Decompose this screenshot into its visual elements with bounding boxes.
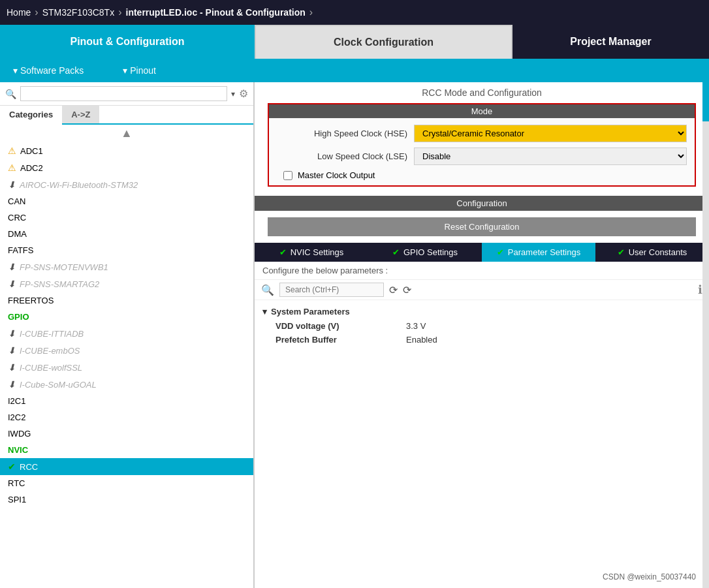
sidebar-scroll[interactable]: ⚠ADC1⚠ADC2⬇AIROC-Wi-Fi-Bluetooth-STM32CA… bbox=[0, 142, 253, 588]
sidebar: 🔍 ▾ ⚙ Categories A->Z ▲ ⚠ADC1⚠ADC2⬇AIROC… bbox=[0, 82, 255, 588]
list-item-label: I-Cube-SoM-uGOAL bbox=[20, 380, 97, 390]
list-item-label: AIROC-Wi-Fi-Bluetooth-STM32 bbox=[20, 180, 138, 190]
param-icon-next[interactable]: ⟳ bbox=[403, 284, 411, 296]
list-item[interactable]: IWDG bbox=[0, 426, 253, 442]
settings-tab-label: User Constants bbox=[629, 247, 687, 257]
search-input[interactable] bbox=[20, 86, 227, 101]
mode-title: Mode bbox=[269, 104, 695, 118]
sub-tab-software-packs[interactable]: ▾ Software Packs bbox=[13, 65, 84, 76]
settings-tab-label: NVIC Settings bbox=[291, 247, 344, 257]
settings-tab[interactable]: ✔Parameter Settings bbox=[482, 243, 595, 262]
sidebar-tab-categories[interactable]: Categories bbox=[0, 106, 62, 125]
tab-clock[interactable]: Clock Configuration bbox=[255, 25, 512, 59]
lse-row: Low Speed Clock (LSE) Disable BYPASS Clo… bbox=[277, 147, 687, 165]
list-item[interactable]: ⚠ADC1 bbox=[0, 142, 253, 159]
dropdown-icon[interactable]: ▾ bbox=[231, 89, 235, 99]
download-icon: ⬇ bbox=[8, 328, 16, 339]
breadcrumb-home[interactable]: Home bbox=[7, 7, 31, 18]
settings-tab-label: Parameter Settings bbox=[508, 247, 580, 257]
right-panel: RCC Mode and Configuration Mode High Spe… bbox=[255, 82, 709, 588]
list-item[interactable]: SPI1 bbox=[0, 491, 253, 508]
list-item-label: SPI1 bbox=[8, 495, 26, 504]
list-item[interactable]: ⬇I-CUBE-embOS bbox=[0, 342, 253, 359]
right-scrollbar[interactable] bbox=[702, 82, 709, 588]
download-icon: ⬇ bbox=[8, 279, 16, 289]
master-clock-row: Master Clock Output bbox=[277, 170, 687, 180]
warn-icon: ⚠ bbox=[8, 146, 16, 156]
list-item[interactable]: RTC bbox=[0, 475, 253, 491]
param-search-input[interactable] bbox=[279, 283, 384, 297]
tab-check-icon: ✔ bbox=[279, 247, 287, 257]
master-clock-checkbox[interactable] bbox=[283, 171, 292, 180]
list-item[interactable]: DMA bbox=[0, 226, 253, 242]
list-item-label: I-CUBE-ITTIADB bbox=[20, 329, 84, 339]
hse-label: High Speed Clock (HSE) bbox=[277, 129, 407, 138]
list-item[interactable]: I2C1 bbox=[0, 393, 253, 409]
download-icon: ⬇ bbox=[8, 179, 16, 190]
list-item[interactable]: GPIO bbox=[0, 309, 253, 325]
sidebar-tabs: Categories A->Z bbox=[0, 106, 253, 125]
param-rows: VDD voltage (V)3.3 VPrefetch BufferEnabl… bbox=[262, 319, 701, 347]
tab-check-icon: ✔ bbox=[497, 247, 504, 257]
list-item-label: I2C2 bbox=[8, 412, 25, 422]
warn-icon: ⚠ bbox=[8, 162, 16, 173]
param-name: Prefetch Buffer bbox=[276, 335, 406, 345]
param-row: Prefetch BufferEnabled bbox=[262, 333, 701, 347]
system-params-header: ▾ System Parameters bbox=[262, 304, 701, 319]
gear-icon[interactable]: ⚙ bbox=[239, 87, 248, 100]
main-content: 🔍 ▾ ⚙ Categories A->Z ▲ ⚠ADC1⚠ADC2⬇AIROC… bbox=[0, 82, 709, 588]
breadcrumb-stm32[interactable]: STM32F103C8Tx bbox=[42, 7, 114, 18]
sub-tab-pinout[interactable]: ▾ Pinout bbox=[123, 65, 156, 76]
list-item-label: DMA bbox=[8, 229, 27, 239]
param-search-icon: 🔍 bbox=[261, 284, 274, 296]
list-item[interactable]: CAN bbox=[0, 193, 253, 209]
reset-configuration-button[interactable]: Reset Configuration bbox=[268, 217, 696, 236]
breadcrumb-bar: Home › STM32F103C8Tx › interruptLED.ioc … bbox=[0, 0, 709, 25]
rcc-section-title: RCC Mode and Configuration bbox=[255, 82, 709, 101]
tab-check-icon: ✔ bbox=[618, 247, 625, 257]
list-item[interactable]: FREERTOS bbox=[0, 292, 253, 309]
lse-select[interactable]: Disable BYPASS Clock Source Crystal/Cera… bbox=[414, 147, 687, 165]
list-item-label: GPIO bbox=[8, 312, 29, 322]
list-item-label: I-CUBE-embOS bbox=[20, 346, 80, 356]
scroll-up-indicator: ▲ bbox=[0, 125, 253, 142]
list-item[interactable]: ⬇I-Cube-SoM-uGOAL bbox=[0, 376, 253, 393]
tab-check-icon: ✔ bbox=[392, 247, 400, 257]
download-icon: ⬇ bbox=[8, 345, 16, 356]
settings-tab[interactable]: ✔NVIC Settings bbox=[255, 243, 368, 262]
param-search-row: 🔍 ⟳ ⟳ ℹ bbox=[255, 280, 709, 300]
param-icon-prev[interactable]: ⟳ bbox=[389, 284, 398, 296]
list-item[interactable]: ⬇I-CUBE-wolfSSL bbox=[0, 359, 253, 376]
settings-tab[interactable]: ✔User Constants bbox=[595, 243, 709, 262]
list-item[interactable]: ⬇FP-SNS-SMARTAG2 bbox=[0, 275, 253, 292]
list-item[interactable]: I2C2 bbox=[0, 409, 253, 426]
scrollbar-thumb[interactable] bbox=[702, 82, 709, 121]
list-item[interactable]: FATFS bbox=[0, 242, 253, 258]
list-item[interactable]: ⚠ADC2 bbox=[0, 159, 253, 176]
hse-select[interactable]: Crystal/Ceramic Resonator Disable BYPASS… bbox=[414, 125, 687, 142]
list-item-label: ADC2 bbox=[20, 163, 43, 173]
list-item[interactable]: NVIC bbox=[0, 442, 253, 458]
list-item-label: RCC bbox=[20, 462, 38, 472]
list-item[interactable]: ✔RCC bbox=[0, 458, 253, 475]
list-item-label: IWDG bbox=[8, 429, 31, 439]
tab-pinout[interactable]: Pinout & Configuration bbox=[0, 25, 255, 59]
list-item[interactable]: ⬇FP-SNS-MOTENVWB1 bbox=[0, 258, 253, 275]
master-clock-label: Master Clock Output bbox=[298, 170, 375, 180]
search-icon: 🔍 bbox=[5, 89, 16, 99]
param-value: Enabled bbox=[406, 335, 437, 345]
list-item-label: NVIC bbox=[8, 445, 28, 455]
download-icon: ⬇ bbox=[8, 379, 16, 390]
settings-tabs: ✔NVIC Settings✔GPIO Settings✔Parameter S… bbox=[255, 243, 709, 262]
system-params: ▾ System Parameters VDD voltage (V)3.3 V… bbox=[255, 300, 709, 350]
list-item[interactable]: CRC bbox=[0, 209, 253, 226]
breadcrumb-file[interactable]: interruptLED.ioc - Pinout & Configuratio… bbox=[126, 7, 306, 18]
list-item-label: FATFS bbox=[8, 245, 33, 255]
list-item[interactable]: ⬇I-CUBE-ITTIADB bbox=[0, 325, 253, 342]
param-info-icon: ℹ bbox=[698, 283, 702, 297]
settings-tab[interactable]: ✔GPIO Settings bbox=[368, 243, 482, 262]
tab-project[interactable]: Project Manager bbox=[512, 25, 709, 59]
list-item-label: CAN bbox=[8, 196, 25, 206]
sidebar-tab-az[interactable]: A->Z bbox=[62, 106, 99, 123]
list-item[interactable]: ⬇AIROC-Wi-Fi-Bluetooth-STM32 bbox=[0, 176, 253, 193]
